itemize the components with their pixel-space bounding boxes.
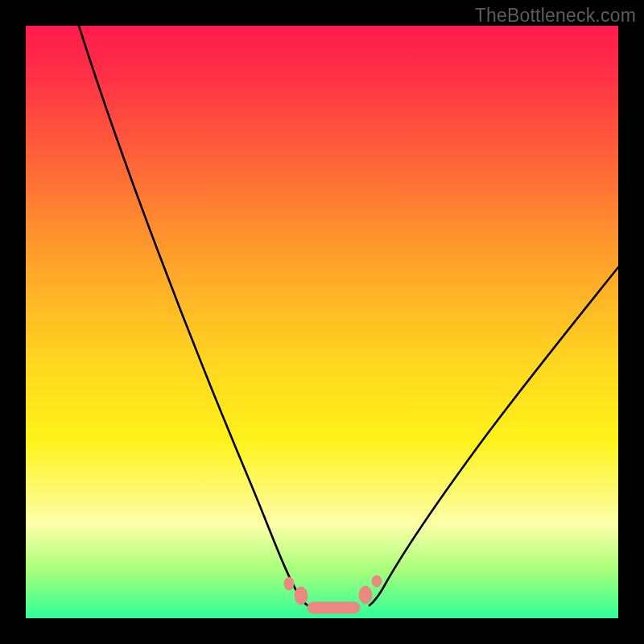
- svg-rect-2: [308, 602, 360, 613]
- svg-point-0: [284, 577, 294, 590]
- chart-frame: TheBottleneck.com: [0, 0, 644, 644]
- right-curve: [369, 267, 618, 605]
- plot-area: [26, 26, 618, 618]
- curve-layer: [26, 26, 618, 618]
- svg-point-4: [372, 576, 382, 587]
- svg-point-1: [295, 587, 308, 605]
- plateau-markers: [284, 576, 382, 613]
- svg-point-3: [359, 586, 372, 604]
- watermark-text: TheBottleneck.com: [475, 5, 636, 27]
- left-curve: [79, 26, 308, 605]
